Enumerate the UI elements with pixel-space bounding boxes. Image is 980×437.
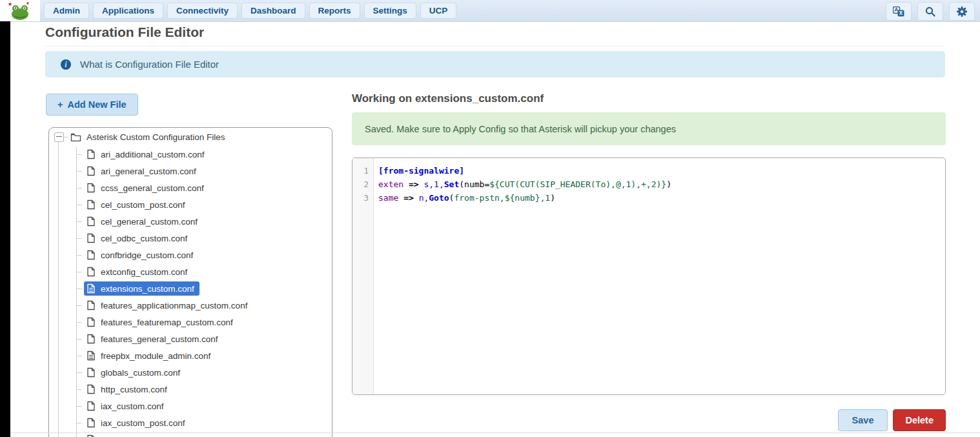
nav-item-connectivity[interactable]: Connectivity — [167, 3, 238, 19]
line-number-gutter: 123 — [352, 158, 374, 394]
tree-item-label: features_applicationmap_custom.conf — [101, 301, 247, 310]
tree-connector-line — [76, 221, 82, 222]
tree-connector-line — [64, 137, 68, 137]
nav-item-ucp[interactable]: UCP — [420, 3, 457, 19]
tree-item-label: cel_custom_post.conf — [101, 200, 185, 210]
file-icon — [87, 149, 96, 159]
search-icon[interactable] — [917, 2, 943, 21]
nav-item-reports[interactable]: Reports — [309, 3, 360, 19]
line-number: 3 — [352, 191, 373, 205]
tree-item-label: cel_odbc_custom.conf — [101, 234, 187, 243]
tree-connector-line — [76, 205, 82, 205]
tree-item-globals_custom.conf[interactable]: globals_custom.conf — [49, 364, 329, 381]
tree-root-node[interactable]: Asterisk Custom Configuration Files — [54, 132, 225, 142]
tree-item-iax_custom_post.conf[interactable]: iax_custom_post.conf — [49, 414, 329, 431]
tree-connector-line — [76, 339, 82, 340]
tree-item-extensions_custom.conf[interactable]: extensions_custom.conf — [49, 280, 329, 297]
tree-connector-line — [76, 188, 82, 188]
tree-item-label: ari_additional_custom.conf — [101, 150, 205, 159]
tree-item-label: cel_general_custom.conf — [101, 217, 198, 227]
tree-connector-line — [76, 322, 82, 323]
add-new-file-label: Add New File — [67, 99, 126, 110]
tree-connector-line — [76, 272, 82, 272]
tree-item-label: globals_custom.conf — [101, 368, 180, 378]
line-number: 2 — [352, 178, 373, 191]
delete-button[interactable]: Delete — [893, 409, 946, 431]
file-icon — [87, 367, 96, 378]
tree-item-label: ccss_general_custom.conf — [101, 183, 204, 193]
working-on-heading: Working on extensions_custom.conf — [352, 92, 544, 105]
top-nav: * * AdminApplicationsConnectivityDashboa… — [0, 0, 980, 22]
tree-item-features_featuremap_custom.conf[interactable]: features_featuremap_custom.conf — [49, 314, 329, 330]
freepbx-frog-logo[interactable]: * * — [0, 0, 40, 21]
file-text-icon — [87, 351, 96, 361]
code-area[interactable]: [from-signalwire]exten => s,1,Set(numb=$… — [374, 158, 945, 394]
tree-item-extconfig_custom.conf[interactable]: extconfig_custom.conf — [49, 263, 329, 280]
tree-item-ari_additional_custom.conf[interactable]: ari_additional_custom.conf — [49, 146, 329, 163]
tree-connector-line — [76, 389, 82, 390]
tree-item-confbridge_custom.conf[interactable]: confbridge_custom.conf — [49, 247, 329, 263]
tree-connector-line — [76, 406, 82, 407]
tree-item-label: extensions_custom.conf — [101, 284, 194, 294]
main-menu: AdminApplicationsConnectivityDashboardRe… — [44, 3, 456, 19]
tree-item-features_applicationmap_custom.conf[interactable]: features_applicationmap_custom.conf — [49, 297, 329, 314]
tree-connector-line — [76, 238, 82, 239]
file-icon — [87, 384, 96, 394]
info-icon: i — [61, 59, 71, 70]
nav-item-settings[interactable]: Settings — [364, 3, 416, 19]
page-title: Configuration File Editor — [45, 25, 945, 46]
tree-item-cel_general_custom.conf[interactable]: cel_general_custom.conf — [49, 213, 329, 230]
file-text-icon — [87, 283, 96, 294]
nav-item-applications[interactable]: Applications — [93, 3, 163, 19]
tree-item-label: iax_custom.conf — [101, 401, 164, 411]
file-icon — [87, 300, 96, 310]
file-icon — [87, 183, 96, 193]
tree-item-cel_odbc_custom.conf[interactable]: cel_odbc_custom.conf — [49, 230, 329, 247]
tree-item-iax_custom.conf[interactable]: iax_custom.conf — [49, 398, 329, 414]
translate-icon[interactable] — [886, 2, 912, 21]
tree-item-freepbx_module_admin.conf[interactable]: freepbx_module_admin.conf — [49, 347, 329, 364]
tree-connector-line — [76, 356, 82, 356]
folder-icon — [70, 132, 81, 142]
nav-item-admin[interactable]: Admin — [44, 3, 89, 19]
file-icon — [87, 317, 96, 327]
nav-item-dashboard[interactable]: Dashboard — [241, 3, 305, 19]
tree-item-label: confbridge_custom.conf — [101, 250, 193, 260]
tree-item-label: features_featuremap_custom.conf — [101, 318, 233, 327]
file-icon — [87, 434, 96, 437]
info-banner-text: What is Configuration File Editor — [80, 59, 219, 70]
file-tree-panel: Asterisk Custom Configuration Files ari_… — [48, 127, 332, 437]
tree-connector-line — [76, 423, 82, 423]
tree-connector-line — [76, 372, 82, 373]
save-button[interactable]: Save — [838, 409, 888, 431]
info-banner[interactable]: i What is Configuration File Editor — [45, 51, 945, 77]
tree-item-ccss_general_custom.conf[interactable]: ccss_general_custom.conf — [49, 179, 329, 196]
tree-item-ari_general_custom.conf[interactable]: ari_general_custom.conf — [49, 163, 329, 179]
file-icon — [87, 166, 96, 176]
tree-item-label: ari_general_custom.conf — [101, 167, 196, 176]
file-icon — [87, 216, 96, 227]
add-new-file-button[interactable]: + Add New File — [46, 94, 138, 116]
file-icon — [87, 199, 96, 210]
gear-icon[interactable] — [949, 2, 975, 21]
code-editor[interactable]: 123 [from-signalwire]exten => s,1,Set(nu… — [352, 158, 946, 395]
file-icon — [87, 233, 96, 243]
bottom-divider — [0, 432, 980, 433]
tree-item-label: freepbx_module_admin.conf — [101, 351, 210, 361]
plus-icon: + — [57, 99, 63, 110]
code-line: [from-signalwire] — [378, 164, 945, 178]
tree-item-http_custom.conf[interactable]: http_custom.conf — [49, 381, 329, 398]
saved-alert: Saved. Make sure to Apply Config so that… — [352, 112, 946, 145]
tree-connector-line — [76, 305, 82, 306]
saved-alert-text: Saved. Make sure to Apply Config so that… — [365, 124, 676, 134]
tree-connector-line — [76, 154, 82, 155]
tree-connector-line — [76, 255, 82, 256]
tree-item-cel_custom_post.conf[interactable]: cel_custom_post.conf — [49, 196, 329, 213]
tree-root-label: Asterisk Custom Configuration Files — [87, 132, 225, 142]
file-icon — [87, 418, 96, 428]
left-black-strip — [0, 21, 10, 437]
collapse-expander-icon[interactable] — [54, 132, 64, 142]
tree-item-features_general_custom.conf[interactable]: features_general_custom.conf — [49, 330, 329, 347]
file-icon — [87, 334, 96, 344]
line-number: 1 — [352, 164, 373, 178]
